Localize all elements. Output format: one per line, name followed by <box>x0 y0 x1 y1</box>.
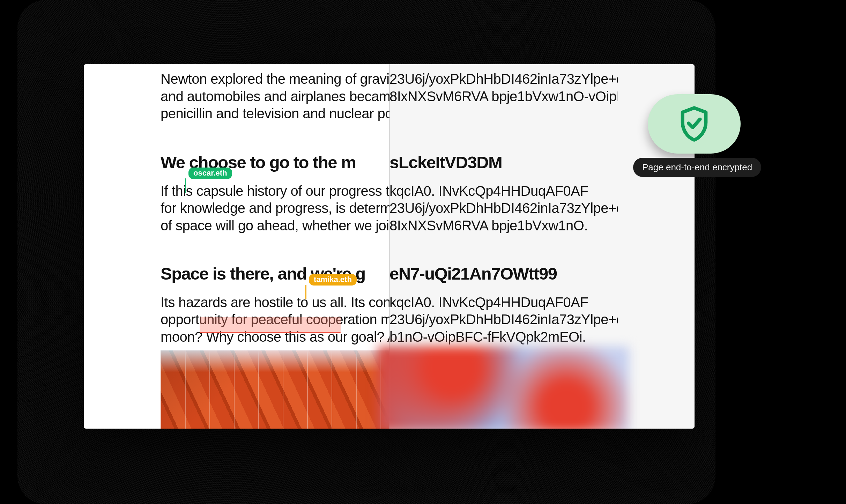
text-plain: for knowledge and progress, is determine… <box>161 200 389 217</box>
text-plain: penicillin and television and nuclear po… <box>161 105 389 123</box>
text-encrypted: 23U6j/yoxPkDhHbDI462inIa73zYlpe+qeZ <box>389 71 618 88</box>
text-encrypted: kqcIA0. INvKcQp4HHDuqAF0AF <box>389 294 618 311</box>
text-highlight[interactable] <box>200 317 341 333</box>
encryption-label: Page end-to-end encrypted <box>633 158 761 177</box>
text-encrypted: 23U6j/yoxPkDhHbDI462inIa73zYlpe+qeZ <box>389 311 618 328</box>
heading-encrypted: sLckeItVD3DM <box>389 153 618 172</box>
text-encrypted: kqcIA0. INvKcQp4HHDuqAF0AF <box>389 183 618 200</box>
image-blurred <box>378 347 629 429</box>
image-structure <box>161 350 389 429</box>
text-encrypted: 23U6j/yoxPkDhHbDI462inIa73zYlpe+qeZ <box>389 200 618 217</box>
collaborator-caret-oscar <box>185 178 186 193</box>
text-encrypted: 8IxNXSvM6RVA bpje1bVxw1nO-vOipBF <box>389 88 618 105</box>
paragraph-1: If this capsule history of our progress … <box>161 183 618 235</box>
collaborator-badge-tamika[interactable]: tamika.eth <box>309 274 357 286</box>
heading-encrypted: eN7-uQi21An7OWtt99 <box>389 264 618 283</box>
text-plain: and automobiles and airplanes became ava <box>161 88 389 105</box>
intro-paragraph: Newton explored the meaning of gravity. … <box>161 71 618 123</box>
encryption-badge[interactable] <box>648 94 741 154</box>
collaborator-badge-oscar[interactable]: oscar.eth <box>188 168 232 179</box>
text-encrypted: b1nO-vOipBFC-fFkVQpk2mEOi. <box>389 328 618 346</box>
collaborator-caret-tamika <box>305 285 306 299</box>
document-card: Newton explored the meaning of gravity. … <box>84 64 695 429</box>
image-strip <box>161 350 618 429</box>
text-plain: If this capsule history of our progress … <box>161 183 389 200</box>
text-encrypted <box>389 105 618 123</box>
heading-space: Space is there, and we're g eN7-uQi21An7… <box>161 264 618 283</box>
shield-check-icon <box>677 105 712 143</box>
text-plain: Newton explored the meaning of gravity. … <box>161 71 389 88</box>
text-plain: Its hazards are hostile to us all. Its c… <box>161 294 389 311</box>
text-plain: of space will go ahead, whether we join … <box>161 217 389 235</box>
text-encrypted: 8IxNXSvM6RVA bpje1bVxw1nO. <box>389 217 618 235</box>
document-content: Newton explored the meaning of gravity. … <box>161 64 618 346</box>
